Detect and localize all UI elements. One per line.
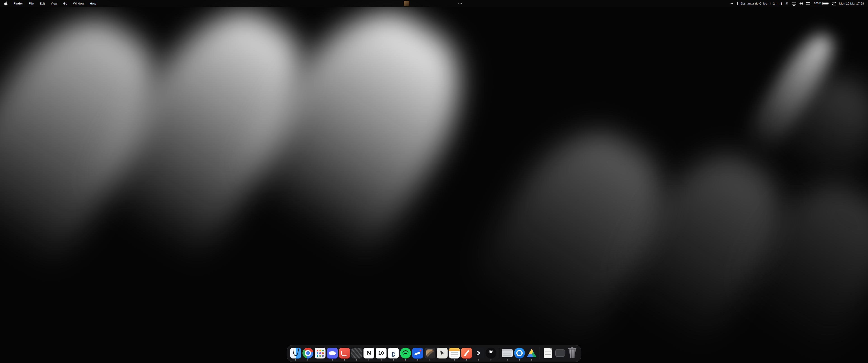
menu-file[interactable]: File	[29, 2, 34, 5]
dock-app-cursor[interactable]	[437, 348, 447, 359]
dock-app-raycast[interactable]	[339, 348, 350, 359]
hidden-items-ellipsis-icon[interactable]: •••	[730, 2, 734, 5]
event-indicator-bar-icon	[737, 2, 738, 5]
globe-icon[interactable]	[800, 2, 803, 5]
trash-icon	[567, 348, 577, 359]
flighty-icon	[412, 348, 423, 359]
notion-icon: N	[364, 348, 374, 359]
zed-pencil-icon	[461, 348, 472, 359]
control-center-icon[interactable]	[806, 2, 810, 5]
dock-app-stacks[interactable]	[351, 348, 362, 359]
finder-icon	[290, 348, 301, 359]
menu-bar-right: ••• Dar jantar do Chico - in 2m $ ⚙ 100%…	[730, 2, 864, 5]
menu-window[interactable]: Window	[73, 2, 84, 5]
dock-app-flighty[interactable]	[412, 348, 423, 359]
dock-app-zed[interactable]	[461, 348, 472, 359]
dock-app-screen-window[interactable]	[502, 348, 513, 359]
menu-bar: Finder File Edit View Go Window Help •••…	[0, 0, 868, 7]
cursor-app-icon	[437, 348, 447, 359]
chatgpt-icon: *	[486, 348, 496, 359]
goodnotes-icon: g	[388, 348, 399, 359]
notion-letter: N	[367, 350, 371, 357]
gear-icon[interactable]: ⚙	[786, 2, 788, 5]
battery-icon	[822, 2, 829, 5]
calendar-day-number: 10	[378, 350, 384, 356]
photos-media-icon	[425, 348, 435, 359]
notch-overflow-ellipsis[interactable]: •••	[458, 0, 462, 7]
document-icon	[544, 348, 552, 358]
discord-icon	[327, 348, 338, 359]
dock-trash[interactable]	[567, 348, 578, 359]
goodnotes-letter: g	[392, 350, 395, 357]
notes-icon	[449, 348, 460, 359]
display-icon[interactable]	[792, 2, 796, 5]
dock-app-notion-calendar[interactable]: 10	[376, 348, 386, 359]
chrome-icon	[303, 348, 313, 359]
raycast-icon	[339, 348, 350, 359]
window-thumbnail-icon	[502, 349, 513, 357]
1password-icon	[514, 348, 525, 359]
dock-app-goodnotes[interactable]: g	[388, 348, 399, 359]
notion-calendar-icon: 10	[376, 348, 386, 359]
dock-app-1password[interactable]	[514, 348, 525, 359]
dock-app-notion[interactable]: N	[364, 348, 374, 359]
dock-app-warp[interactable]	[473, 348, 484, 359]
menu-help[interactable]: Help	[90, 2, 96, 5]
dock-divider	[539, 348, 540, 359]
dock-app-launchpad[interactable]	[315, 348, 326, 359]
app-menu-finder[interactable]: Finder	[13, 2, 23, 5]
menu-bar-clock[interactable]: Mon 10 Mar 17:58	[839, 2, 864, 5]
dock-app-spotify[interactable]	[400, 348, 411, 359]
dock-app-google-drive[interactable]	[526, 348, 537, 359]
dock-app-discord[interactable]	[327, 348, 338, 359]
dock-app-chatgpt[interactable]: *	[486, 348, 496, 359]
apple-menu-icon[interactable]	[4, 2, 8, 5]
launchpad-icon	[315, 348, 326, 359]
currency-menubar-icon[interactable]: $	[781, 2, 782, 5]
dock-app-photos[interactable]	[425, 348, 435, 359]
dock-document[interactable]	[542, 348, 553, 359]
menu-go[interactable]: Go	[63, 2, 67, 5]
google-drive-icon	[527, 349, 537, 357]
desktop-wallpaper	[0, 0, 868, 363]
dock: N 10 g *	[287, 345, 581, 362]
menu-edit[interactable]: Edit	[39, 2, 45, 5]
chatgpt-glyph: *	[489, 348, 493, 359]
menu-view[interactable]: View	[51, 2, 57, 5]
dock-app-chrome[interactable]	[303, 348, 313, 359]
minimized-window-icon	[555, 350, 565, 357]
battery-status[interactable]: 100%	[814, 2, 829, 5]
dock-app-finder[interactable]	[290, 348, 301, 359]
menu-bar-left: Finder File Edit View Go Window Help	[4, 2, 96, 5]
spotify-icon	[400, 348, 411, 359]
dock-app-notes[interactable]	[449, 348, 460, 359]
stacks-app-icon	[351, 348, 362, 359]
screen-mirroring-icon[interactable]	[832, 2, 836, 5]
dock-divider	[499, 348, 499, 359]
dock-minimized-window[interactable]	[555, 348, 565, 359]
warp-terminal-icon	[473, 348, 484, 359]
calendar-event-status[interactable]: Dar jantar do Chico - in 2m	[741, 2, 777, 5]
battery-percent-label: 100%	[814, 2, 821, 5]
now-playing-artwork[interactable]	[404, 1, 409, 6]
